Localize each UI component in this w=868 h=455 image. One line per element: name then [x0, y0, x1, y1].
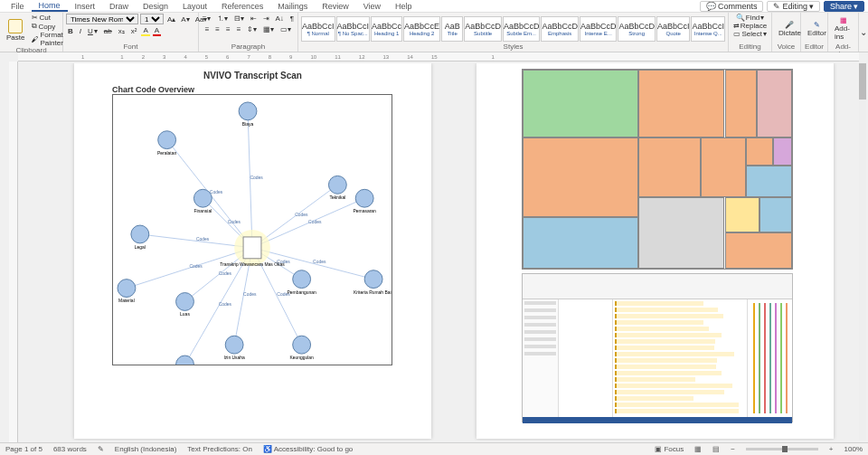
tab-design[interactable]: Design	[136, 2, 175, 11]
style--no-spac-[interactable]: AaBbCcI¶ No Spac...	[336, 16, 371, 42]
style-intense-e-[interactable]: AaBbCcDIntense E...	[580, 16, 618, 42]
dictate-button[interactable]: 🎤Dictate	[775, 20, 805, 38]
svg-text:Codes: Codes	[219, 302, 232, 307]
page-2[interactable]	[476, 63, 834, 439]
tab-file[interactable]: File	[4, 2, 32, 11]
subscript-button[interactable]: x₂	[117, 26, 127, 36]
justify-button[interactable]: ≡	[235, 25, 243, 33]
decrease-indent-button[interactable]: ⇤	[249, 14, 259, 24]
page-1[interactable]: NVIVO Transcript Scan Chart Code Overvie…	[74, 63, 431, 439]
cut-button[interactable]: ✂ Cut	[30, 14, 64, 22]
vertical-scrollbar[interactable]	[859, 63, 866, 441]
voice-group-label: Voice	[775, 43, 797, 51]
tab-insert[interactable]: Insert	[68, 2, 103, 11]
shading-button[interactable]: ▦▾	[261, 25, 276, 33]
tab-layout[interactable]: Layout	[175, 2, 214, 11]
editing-mode-button[interactable]: ✎ Editing ▾	[767, 1, 820, 12]
align-left-button[interactable]: ≡	[203, 25, 212, 33]
svg-text:Keunggulan: Keunggulan	[289, 355, 314, 360]
web-layout-button[interactable]: ▤	[712, 445, 720, 453]
accessibility-status[interactable]: ♿ Accessibility: Good to go	[263, 445, 353, 453]
line-spacing-button[interactable]: ⇕▾	[245, 25, 259, 33]
underline-button[interactable]: U▾	[86, 26, 99, 36]
increase-indent-button[interactable]: ⇥	[261, 14, 271, 24]
spell-check-icon[interactable]: ✎	[98, 445, 104, 453]
font-color-button[interactable]: A	[153, 26, 161, 36]
style-heading-2[interactable]: AaBbCcEHeading 2	[403, 16, 440, 42]
style-heading-1[interactable]: AaBbCcHeading 1	[371, 16, 402, 42]
share-button[interactable]: Share ▾	[824, 1, 864, 12]
sort-button[interactable]: A↓	[274, 14, 286, 24]
show-marks-button[interactable]: ¶	[288, 14, 296, 24]
addins-button[interactable]: ▦Add-ins	[831, 15, 855, 42]
doc-title: NVIVO Transcript Scan	[74, 71, 431, 81]
treemap-cell	[725, 232, 793, 269]
treemap-cell	[638, 70, 724, 137]
style-strong[interactable]: AaBbCcDStrong	[618, 16, 656, 42]
font-name-select[interactable]: Times New Roma	[66, 14, 138, 24]
style-emphasis[interactable]: AaBbCcDEmphasis	[541, 16, 579, 42]
shrink-font-button[interactable]: A▾	[179, 14, 191, 24]
style-subtitle[interactable]: AaBbCcDSubtitle	[464, 16, 502, 42]
multilevel-button[interactable]: ⊟▾	[232, 14, 246, 24]
svg-point-35	[355, 189, 373, 207]
treemap-cell	[523, 70, 638, 137]
superscript-button[interactable]: x²	[129, 26, 139, 36]
strike-button[interactable]: ab	[102, 26, 114, 36]
editor-button[interactable]: ✎Editor	[804, 20, 830, 38]
tab-mailings[interactable]: Mailings	[270, 2, 315, 11]
styles-gallery[interactable]: AaBbCcI¶ NormalAaBbCcI¶ No Spac...AaBbCc…	[301, 14, 725, 43]
ribbon-collapse-button[interactable]: ⌄	[859, 13, 868, 52]
addins-group-label: Add-ins	[831, 43, 855, 51]
bold-button[interactable]: B	[66, 26, 75, 36]
highlight-button[interactable]: A	[141, 26, 149, 36]
svg-text:Peralatan: Peralatan	[157, 151, 176, 156]
bullets-button[interactable]: ≡▾	[201, 14, 212, 24]
paste-button[interactable]: Paste	[3, 18, 28, 43]
style-quote[interactable]: AaBbCcIQuote	[656, 16, 691, 42]
italic-button[interactable]: I	[78, 26, 83, 36]
vertical-ruler[interactable]	[9, 62, 18, 442]
borders-button[interactable]: ▭▾	[278, 25, 293, 33]
numbering-button[interactable]: ⒈▾	[215, 14, 230, 24]
doc-subtitle: Chart Code Overview	[112, 85, 194, 94]
select-button[interactable]: ▭ Select ▾	[731, 30, 768, 38]
tab-view[interactable]: View	[356, 2, 388, 11]
format-painter-button[interactable]: 🖌 Format Painter	[30, 31, 64, 47]
find-button[interactable]: 🔍 Find ▾	[734, 14, 767, 22]
replace-button[interactable]: ⇄ Replace	[731, 22, 769, 30]
font-size-select[interactable]: 12	[140, 14, 164, 24]
copy-button[interactable]: ⧉ Copy	[30, 22, 64, 31]
text-predictions[interactable]: Text Predictions: On	[187, 445, 252, 453]
align-center-button[interactable]: ≡	[213, 25, 222, 33]
print-layout-button[interactable]: ▦	[694, 445, 702, 453]
zoom-slider[interactable]	[746, 448, 818, 450]
svg-text:Izin Usaha: Izin Usaha	[223, 355, 245, 360]
svg-point-49	[225, 336, 243, 354]
tab-draw[interactable]: Draw	[102, 2, 136, 11]
comments-button[interactable]: 💬 Comments	[700, 1, 764, 12]
treemap-cell	[773, 137, 792, 166]
zoom-in-button[interactable]: +	[829, 445, 834, 453]
zoom-level[interactable]: 100%	[844, 445, 863, 453]
zoom-out-button[interactable]: −	[731, 445, 735, 453]
style-title[interactable]: AaBTitle	[441, 16, 463, 42]
word-count[interactable]: 683 words	[53, 445, 87, 453]
menu-bar: File Home Insert Draw Design Layout Refe…	[0, 0, 868, 13]
style-intense-q-[interactable]: AaBbCcIIntense Q...	[691, 16, 725, 42]
grow-font-button[interactable]: A▴	[165, 14, 177, 24]
style-subtle-em-[interactable]: AaBbCcDSubtle Em...	[503, 16, 541, 42]
language-indicator[interactable]: English (Indonesia)	[115, 445, 176, 453]
focus-mode-button[interactable]: ▣ Focus	[655, 445, 684, 453]
treemap-cell	[523, 137, 638, 217]
tab-home[interactable]: Home	[32, 1, 68, 12]
align-right-button[interactable]: ≡	[224, 25, 232, 33]
page-indicator[interactable]: Page 1 of 5	[5, 445, 42, 453]
tab-help[interactable]: Help	[388, 2, 420, 11]
horizontal-ruler[interactable]: 11234567891011121314151	[18, 52, 859, 62]
tab-review[interactable]: Review	[315, 2, 356, 11]
style--normal[interactable]: AaBbCcI¶ Normal	[301, 16, 335, 42]
svg-text:Codes: Codes	[189, 264, 203, 269]
svg-point-37	[193, 189, 212, 207]
tab-references[interactable]: References	[214, 2, 270, 11]
